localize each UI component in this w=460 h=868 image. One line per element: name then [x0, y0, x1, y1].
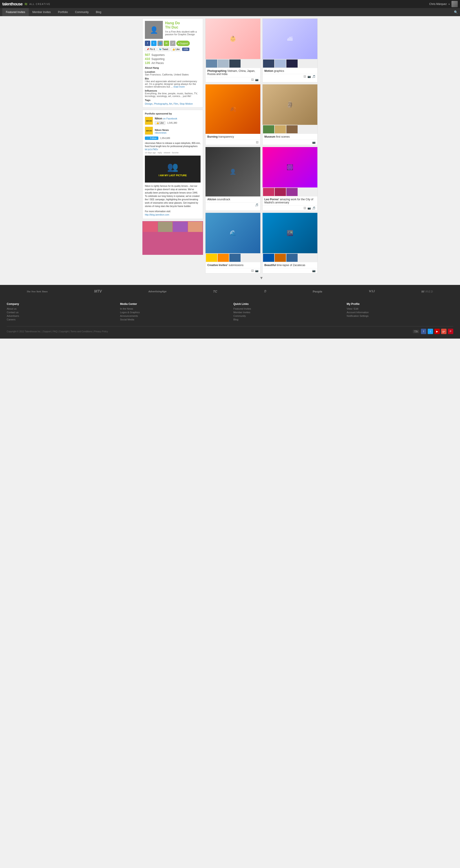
gallery-image-photographing[interactable]: 👶: [206, 19, 260, 59]
thumb-ma3[interactable]: [286, 188, 298, 196]
nav-portfolio[interactable]: Portfolio: [54, 8, 71, 16]
logo-text[interactable]: talenthouse: [2, 2, 23, 6]
footer-company-title: Company: [7, 303, 114, 306]
search-icon[interactable]: 🔍: [454, 10, 458, 14]
profile-header: 👤 Hang Do Thi Duc I'm a Fine Arts studen…: [145, 21, 201, 39]
user-name[interactable]: Chris Márquez: [429, 2, 447, 6]
image-icon-mu[interactable]: 📷: [312, 141, 315, 144]
footer-social-media[interactable]: Social Media: [120, 318, 227, 321]
footer-careers[interactable]: Careers: [7, 318, 114, 321]
thumb-mu2[interactable]: [275, 125, 286, 133]
thumb-m2[interactable]: [275, 60, 286, 68]
music-icon-ma[interactable]: 🎵: [312, 207, 315, 210]
music-icon-a[interactable]: 🎵: [255, 204, 258, 207]
thumb-cr3[interactable]: [229, 254, 241, 262]
read-more-link[interactable]: read more: [174, 85, 185, 88]
caption-bold-burning: Burning: [207, 135, 218, 138]
message-icon[interactable]: ✉: [164, 41, 169, 46]
footer-facebook-icon[interactable]: f: [421, 329, 426, 334]
thumb-z2[interactable]: [275, 254, 286, 262]
photo-icon-b[interactable]: 🖼: [256, 141, 258, 144]
gallery-image-motion[interactable]: 🏙: [263, 19, 317, 59]
sidebar: 👤 Hang Do Thi Duc I'm a Fine Arts studen…: [143, 19, 203, 283]
pin-button[interactable]: 📌 Pin It: [145, 48, 157, 51]
tweet-button[interactable]: 🐦 Tweet: [157, 48, 170, 51]
footer-featured-invites[interactable]: Featured Invites: [233, 307, 340, 310]
tag-film[interactable]: Film: [174, 102, 178, 105]
nav-member-invites[interactable]: Member Invites: [29, 8, 54, 16]
share-icon[interactable]: ↗: [170, 41, 176, 46]
footer-account-info[interactable]: Account Information: [347, 311, 454, 314]
photo-icon[interactable]: 🖼: [251, 78, 254, 81]
gallery-image-madrid[interactable]: 🎆: [263, 147, 317, 187]
thumb-ma2[interactable]: [275, 188, 286, 196]
footer-pinterest-icon[interactable]: P: [448, 329, 453, 334]
twitter-icon[interactable]: t: [151, 41, 157, 46]
facebook-like-button[interactable]: 👍 Like: [155, 121, 165, 125]
user-dropdown-icon[interactable]: ▾: [449, 3, 450, 5]
tag-photography[interactable]: Photography: [154, 102, 168, 105]
gallery-image-creative[interactable]: 🌊: [206, 213, 260, 253]
website-icon[interactable]: 🌐: [157, 41, 163, 46]
sponsor-blog-link[interactable]: http://blog.iamnikon.com: [145, 214, 169, 216]
gallery-actions-zacatecas: 📷: [263, 268, 317, 273]
image-icon-ma[interactable]: 📷: [307, 207, 311, 210]
support-button[interactable]: ♥ Support: [176, 41, 190, 46]
thumb-mu3[interactable]: [286, 125, 298, 133]
photo-icon-ma[interactable]: 🖼: [303, 207, 306, 210]
gallery-image-museum[interactable]: 🗿: [263, 85, 317, 125]
tweet-link[interactable]: bit.ly/Lk7M2v: [145, 148, 158, 151]
like-button[interactable]: 👍 Like: [171, 48, 181, 51]
thumb-cr1[interactable]: [206, 254, 217, 262]
thumb-m1[interactable]: [263, 60, 274, 68]
twitter-follow-button[interactable]: 🐦 Follow: [145, 136, 158, 140]
location-label: Location: [145, 70, 201, 73]
footer-notifications[interactable]: Notification Settings: [347, 315, 454, 317]
thumb-z1[interactable]: [263, 254, 274, 262]
footer-googleplus-icon[interactable]: g+: [441, 329, 447, 334]
image-icon-m[interactable]: 📷: [307, 75, 311, 78]
nav-featured-invites[interactable]: Featured Invites: [2, 8, 29, 16]
footer-youtube-icon[interactable]: ▶: [434, 329, 440, 334]
photo-icon-cr[interactable]: 🖼: [251, 269, 254, 272]
gallery-image-burning[interactable]: 🍂: [206, 85, 260, 134]
footer-community[interactable]: Community: [233, 315, 340, 317]
nikon-news-handle[interactable]: nikonnews: [155, 131, 169, 134]
footer-twitter-icon[interactable]: t: [428, 329, 433, 334]
music-icon-m[interactable]: 🎵: [312, 75, 315, 78]
footer-advertisers[interactable]: Advertisers: [7, 315, 114, 317]
footer-view-edit[interactable]: View / Edit: [347, 307, 454, 310]
thumb-mu1[interactable]: [263, 125, 274, 133]
footer-inthenews[interactable]: In the News: [120, 307, 227, 310]
sponsor-video[interactable]: 👥 I AM MY LAST PICTURE: [145, 156, 201, 183]
profile-photo: 👤: [145, 21, 163, 39]
footer-contact[interactable]: Contact us: [7, 311, 114, 314]
thumb-ma1[interactable]: [263, 188, 274, 196]
facebook-icon[interactable]: f: [145, 41, 150, 46]
footer-about[interactable]: About us: [7, 307, 114, 310]
image-icon[interactable]: 📷: [255, 78, 258, 81]
footer-member-invites[interactable]: Member Invites: [233, 311, 340, 314]
user-avatar[interactable]: [452, 1, 458, 7]
photo-icon-m[interactable]: 🖼: [303, 75, 306, 78]
gallery-actions-burning: 🖼: [206, 140, 260, 145]
gallery-image-zacatecas[interactable]: 🌇: [263, 213, 317, 253]
tag-art[interactable]: Art: [169, 102, 172, 105]
nav-blog[interactable]: Blog: [92, 8, 105, 16]
footer-logos[interactable]: Logos & Graphics: [120, 311, 227, 314]
tag-design[interactable]: Design: [145, 102, 153, 105]
thumb-m3[interactable]: [286, 60, 298, 68]
tag-stopmotion[interactable]: Stop Motion: [180, 102, 193, 105]
gallery-thumbs-museum: [263, 125, 317, 134]
thumb-1[interactable]: [206, 60, 217, 68]
footer-announcements[interactable]: Announcements: [120, 315, 227, 317]
thumb-3[interactable]: [229, 60, 241, 68]
thumb-cr2[interactable]: [218, 254, 229, 262]
footer-blog[interactable]: Blog: [233, 318, 340, 321]
gallery-image-alicion[interactable]: 👤: [206, 147, 260, 196]
thumb-z3[interactable]: [286, 254, 298, 262]
nav-community[interactable]: Community: [71, 8, 92, 16]
image-icon-z[interactable]: 📷: [312, 269, 315, 272]
image-icon-cr[interactable]: 📷: [255, 269, 258, 272]
thumb-2[interactable]: [218, 60, 229, 68]
